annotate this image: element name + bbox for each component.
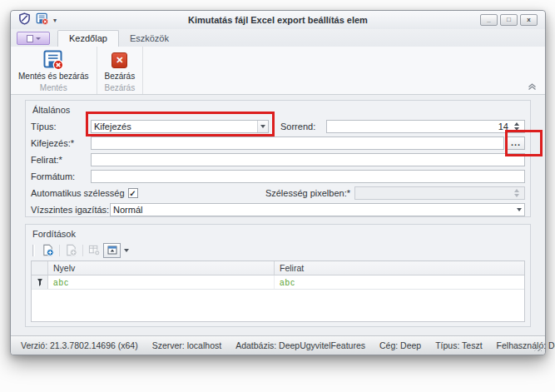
- status-verzio: Verzió: 21.3.7802.14696 (x64): [21, 340, 138, 350]
- close-button[interactable]: x: [520, 14, 538, 26]
- save-close-icon: [42, 50, 64, 70]
- szelesseg-px-spin-buttons: [512, 187, 522, 199]
- spin-up-icon: [514, 122, 519, 126]
- save-and-close-label: Mentés és bezárás: [18, 72, 89, 81]
- grid-empty-area: [32, 290, 524, 321]
- auto-szelesseg-checkbox[interactable]: ✓: [128, 188, 138, 198]
- ribbon-tab-row: Kezdőlap Eszközök: [11, 29, 545, 47]
- grid-settings-icon: [88, 244, 101, 256]
- filter-row-indicator: [32, 275, 48, 289]
- status-bar: Verzió: 21.3.7802.14696 (x64) Szerver: l…: [11, 335, 545, 355]
- filter-cell-nyelv[interactable]: abc: [48, 275, 275, 289]
- column-header-felirat[interactable]: Felirat: [275, 261, 524, 275]
- double-chevron-up-icon: [528, 82, 537, 91]
- status-ceg: Cég: Deep: [379, 340, 421, 350]
- toolbar-separator: [59, 245, 60, 256]
- app-logo-icon: [18, 12, 31, 28]
- ribbon-group-caption-mentes: Mentés: [11, 83, 97, 94]
- status-szerver: Szerver: localhost: [152, 340, 221, 350]
- tipus-label: Típus:: [31, 122, 91, 131]
- save-and-close-button[interactable]: Mentés és bezárás: [11, 47, 97, 83]
- popup-window-icon: [107, 246, 117, 255]
- qat-dropdown-icon[interactable]: ▾: [53, 17, 57, 24]
- tab-kezdolap[interactable]: Kezdőlap: [57, 30, 119, 47]
- vizszintes-label: Vízszintes igazítás:: [31, 205, 110, 215]
- ribbon-group-mentes: Mentés és bezárás Mentés: [11, 47, 97, 94]
- filter-cell-felirat[interactable]: abc: [275, 275, 524, 289]
- row-formatum: Formátum:: [31, 170, 525, 183]
- ribbon: Mentés és bezárás Mentés ✕ Bezárás Bezár…: [11, 47, 545, 95]
- vizszintes-value: Normál: [113, 205, 142, 215]
- document-disabled-icon: [65, 244, 77, 256]
- szelesseg-px-spinner: [354, 186, 525, 200]
- close-dialog-button[interactable]: ✕ Bezárás: [97, 47, 143, 83]
- kifejezes-input[interactable]: [91, 136, 504, 150]
- maximize-button[interactable]: □: [500, 14, 518, 26]
- annotation-tipus-combobox: [86, 112, 275, 136]
- felirat-label: Felirat:*: [31, 155, 91, 165]
- grid-indicator-header: [32, 261, 48, 275]
- ribbon-group-bezaras: ✕ Bezárás Bezárás: [97, 47, 144, 94]
- status-tipus: Típus: Teszt: [435, 340, 482, 350]
- auto-szelesseg-label: Automatikus szélesség: [31, 188, 125, 198]
- groupbox-forditasok-title: Fordítások: [31, 227, 525, 241]
- grid-header-row: Nyelv Felirat: [32, 261, 524, 275]
- vizszintes-combobox[interactable]: Normál: [110, 203, 525, 216]
- save-close-qat-icon[interactable]: [36, 12, 48, 28]
- vizszintes-dropdown-icon[interactable]: [513, 204, 524, 216]
- show-popup-button[interactable]: [103, 243, 121, 258]
- row-felirat: Felirat:*: [31, 153, 525, 166]
- toolbar-grip: [32, 245, 35, 256]
- felirat-input[interactable]: [91, 153, 525, 166]
- window-title: Kimutatás fájl Excel export beállítás el…: [11, 15, 545, 25]
- quick-access-toolbar: ▾: [11, 12, 57, 28]
- szelesseg-px-label: Szélesség pixelben:*: [265, 188, 350, 198]
- row-vizszintes: Vízszintes igazítás: Normál: [31, 203, 525, 216]
- status-adatbazis: Adatbázis: DeepUgyvitelFeatures: [235, 340, 365, 350]
- grid-settings-button: [86, 242, 103, 259]
- kifejezes-label: Kifejezés:*: [31, 138, 91, 148]
- titlebar: ▾ Kimutatás fájl Excel export beállítás …: [11, 11, 545, 29]
- chevron-down-icon: [36, 37, 41, 40]
- row-kifejezes: Kifejezés:* ...: [31, 136, 525, 150]
- translations-toolbar: [31, 241, 525, 260]
- sorrend-label: Sorrend:: [280, 122, 326, 131]
- column-header-nyelv[interactable]: Nyelv: [48, 261, 275, 275]
- groupbox-forditasok: Fordítások: [25, 224, 531, 327]
- toolbar-separator: [82, 245, 83, 256]
- tab-eszkozok[interactable]: Eszközök: [119, 31, 180, 47]
- minimize-button[interactable]: _: [480, 14, 498, 26]
- sorrend-spinner[interactable]: 14: [326, 120, 525, 133]
- dialog-window: ▾ Kimutatás fájl Excel export beállítás …: [10, 10, 546, 355]
- formatum-label: Formátum:: [31, 171, 91, 181]
- translations-grid: Nyelv Felirat abc abc: [31, 261, 525, 322]
- spin-up-icon: [514, 189, 519, 192]
- chevron-down-icon: [124, 249, 129, 252]
- filter-pin-icon: [37, 278, 43, 287]
- spin-down-icon: [514, 194, 519, 197]
- annotation-ellipsis-button: [505, 130, 543, 156]
- close-red-icon: ✕: [109, 50, 131, 70]
- toolbar-dropdown-button[interactable]: [121, 243, 132, 258]
- add-row-button[interactable]: [39, 242, 57, 259]
- application-menu-button[interactable]: [17, 32, 50, 45]
- close-dialog-label: Bezárás: [105, 72, 136, 81]
- formatum-input[interactable]: [91, 170, 525, 183]
- copy-row-button: [62, 242, 80, 259]
- status-felhasznalo: Felhasználó: Deep: [497, 340, 555, 350]
- add-document-icon: [42, 244, 54, 256]
- row-auto-szelesseg: Automatikus szélesség ✓ Szélesség pixelb…: [31, 186, 525, 200]
- app-menu-icon: [27, 35, 33, 42]
- ribbon-collapse-button[interactable]: [525, 82, 538, 92]
- ribbon-group-caption-bezaras: Bezárás: [97, 83, 143, 94]
- grid-filter-row: abc abc: [32, 275, 524, 290]
